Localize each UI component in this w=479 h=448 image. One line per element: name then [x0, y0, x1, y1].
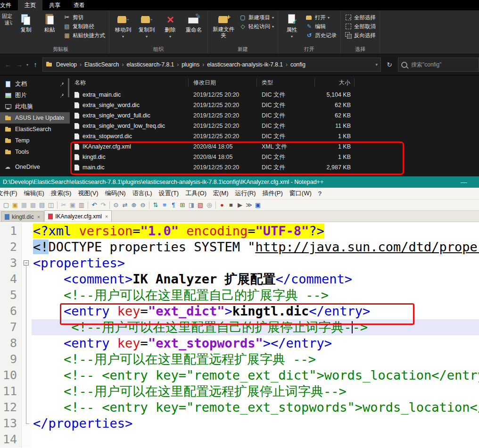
menu-item-9[interactable]: 运行(R) [231, 188, 259, 199]
editor[interactable]: 1<?xml version="1.0" encoding="UTF-8"?>2… [0, 222, 479, 448]
ribbon-button[interactable]: 剪切 [62, 14, 107, 21]
ribbon-button[interactable]: 属性▾ [281, 12, 303, 39]
show-symbols-icon[interactable]: ¶ [169, 201, 178, 209]
code-text[interactable]: <comment>IK Analyzer 扩展配置</comment> [32, 271, 479, 287]
breadcrumb-segment[interactable]: elasticsearch-analysis-ik-7.8.1 [207, 61, 283, 68]
ribbon-tab-3[interactable]: 查看 [67, 0, 91, 10]
sidebar-scrollbar[interactable] [68, 78, 69, 97]
save-icon[interactable]: ▦ [20, 201, 28, 209]
close-icon[interactable]: × [37, 214, 40, 220]
replace-icon[interactable]: ⇄ [121, 201, 129, 209]
fold-margin[interactable] [22, 319, 32, 335]
code-text[interactable]: <!DOCTYPE properties SYSTEM "http://java… [32, 239, 479, 255]
zoom-out-icon[interactable]: ⊖ [139, 201, 147, 209]
record-macro-icon[interactable]: ● [218, 201, 226, 209]
new-file-icon[interactable]: ▢ [2, 201, 10, 209]
code-text[interactable]: <?xml version="1.0" encoding="UTF-8"?> [32, 223, 479, 239]
table-row[interactable]: extra_main.dic2019/12/25 20:20DIC 文件5,10… [70, 90, 479, 100]
menu-item-10[interactable]: 插件(P) [259, 188, 286, 199]
fold-collapse-icon[interactable]: − [24, 260, 29, 265]
save-macro-icon[interactable]: ▣ [254, 201, 262, 209]
close-doc-icon[interactable]: ▤ [38, 201, 46, 209]
ribbon-tab-2[interactable]: 共享 [42, 0, 67, 10]
ribbon-button[interactable]: 复制 [15, 12, 37, 33]
fold-margin[interactable] [22, 303, 32, 319]
ribbon-button[interactable]: 新建项目▾ [238, 14, 275, 21]
menu-item-11[interactable]: 窗口(W) [286, 188, 315, 199]
sidebar-item-asus-live-update[interactable]: ASUS Live Update [0, 112, 70, 124]
menu-item-5[interactable]: 语言(L) [129, 188, 156, 199]
menu-item-1[interactable]: 编辑(E) [21, 188, 48, 199]
ribbon-button[interactable]: 粘贴 [38, 12, 61, 33]
fold-margin[interactable] [22, 287, 32, 303]
recent-locations-dropdown-icon[interactable]: ▾ [26, 63, 28, 67]
menu-item-8[interactable]: 宏(M) [210, 188, 232, 199]
minimize-button[interactable]: — [461, 179, 467, 186]
ribbon-button[interactable]: 复制到▾ [135, 12, 158, 39]
ribbon-button[interactable]: 移动到▾ [112, 12, 134, 39]
code-text[interactable]: </properties> [32, 415, 479, 431]
menu-item-12[interactable]: ? [315, 188, 325, 199]
fold-margin[interactable] [22, 431, 32, 448]
zoom-in-icon[interactable]: ⊕ [130, 201, 138, 209]
print-icon[interactable]: ◫ [47, 201, 55, 209]
menu-item-3[interactable]: 视图(V) [74, 188, 101, 199]
table-row[interactable]: extra_single_word_low_freq.dic2019/12/25… [70, 121, 479, 131]
breadcrumb-segment[interactable]: ElasticSearch [84, 61, 119, 68]
ribbon-button[interactable]: 历史记录 [304, 32, 338, 39]
code-text[interactable] [32, 431, 479, 448]
ribbon-button[interactable]: 全部选择 [343, 14, 377, 21]
breadcrumb-segment[interactable]: plugins [182, 61, 199, 68]
fold-margin[interactable] [22, 239, 32, 255]
paste-icon[interactable]: ▥ [77, 201, 86, 209]
table-row[interactable]: kingtl.dic2020/8/4 18:05DIC 文件1 KB [70, 152, 479, 162]
ribbon-button[interactable]: 轻松访问▾ [238, 23, 275, 30]
ribbon-button[interactable]: 粘贴快捷方式 [62, 32, 107, 39]
fold-margin[interactable] [22, 399, 32, 415]
run-multiple-icon[interactable]: ≫ [245, 201, 253, 209]
title-bar[interactable]: D:\Develop\ElasticSearch\elasticsearch-7… [0, 176, 479, 188]
fold-margin[interactable] [22, 415, 32, 431]
code-text[interactable]: <!--用户可以在这里配置自己的扩展停止词字典--> [32, 319, 479, 335]
save-all-icon[interactable]: ▩ [29, 201, 37, 209]
menu-item-0[interactable]: 文件(F) [0, 188, 21, 199]
fold-margin[interactable] [22, 351, 32, 367]
sidebar-item-此电脑[interactable]: 此电脑 [0, 101, 70, 112]
fold-margin[interactable] [22, 383, 32, 399]
fold-margin[interactable] [22, 271, 32, 287]
sidebar-item-文档[interactable]: 文档 [0, 78, 70, 90]
code-text[interactable]: <!-- <entry key="remote_ext_stopwords">w… [32, 399, 479, 415]
sidebar-item-tools[interactable]: Tools [0, 146, 70, 158]
refresh-icon[interactable]: ↻ [384, 61, 395, 68]
fold-margin[interactable] [22, 223, 32, 239]
copy-icon[interactable]: ▣ [68, 201, 77, 209]
stop-macro-icon[interactable]: ■ [227, 201, 235, 209]
ribbon-button[interactable]: 复制路径 [62, 23, 107, 30]
code-text[interactable]: <properties> [32, 255, 479, 271]
menu-item-7[interactable]: 工具(O) [182, 188, 210, 199]
column-header-2[interactable]: 类型 [257, 78, 315, 87]
breadcrumb-segment[interactable]: config [290, 61, 306, 68]
menu-item-6[interactable]: 设置(T) [156, 188, 182, 199]
function-list-icon[interactable]: ▧ [196, 201, 205, 209]
forward-icon[interactable]: → [15, 61, 24, 68]
undo-icon[interactable]: ↶ [90, 201, 99, 209]
breadcrumb[interactable]: Develop›ElasticSearch›elasticsearch-7.8.… [42, 58, 381, 72]
cut-icon[interactable]: ✂ [59, 201, 68, 209]
column-header-3[interactable]: 大小 [315, 78, 355, 87]
menu-item-4[interactable]: 编码(N) [102, 188, 129, 199]
sidebar-item-图片[interactable]: 图片 [0, 90, 70, 101]
breadcrumb-segment[interactable]: elasticsearch-7.8.1 [126, 61, 174, 68]
indent-guide-icon[interactable]: ⊞ [178, 201, 187, 209]
document-tab-0[interactable]: kingtl.dic× [1, 211, 44, 222]
column-header-0[interactable]: 名称 [70, 78, 189, 87]
play-macro-icon[interactable]: ▶ [236, 201, 244, 209]
table-row[interactable]: extra_single_word.dic2019/12/25 20:20DIC… [70, 100, 479, 110]
find-icon[interactable]: ⊙ [112, 201, 120, 209]
sidebar-item-temp[interactable]: Temp [0, 135, 70, 146]
ribbon-button[interactable]: 打开▾ [304, 14, 338, 21]
breadcrumb-dropdown-icon[interactable]: ▾ [375, 62, 378, 67]
pin-to-quick-access-button[interactable]: 固定到快速访问 [0, 10, 12, 54]
redo-icon[interactable]: ↷ [99, 201, 107, 209]
up-icon[interactable]: ↑ [31, 61, 40, 68]
